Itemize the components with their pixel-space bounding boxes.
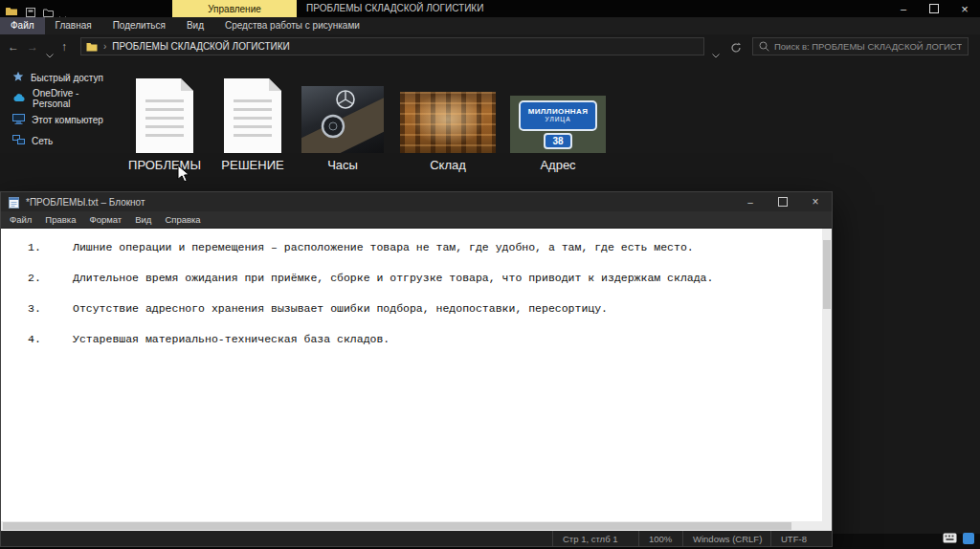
document-lines bbox=[234, 99, 272, 142]
file-tile-address[interactable]: МИЛЛИОННАЯ УЛИЦА 38 Адрес bbox=[506, 75, 610, 172]
recent-locations-chevron-icon[interactable] bbox=[46, 45, 54, 62]
line-number: 2. bbox=[28, 263, 73, 294]
refresh-icon[interactable] bbox=[730, 40, 742, 57]
watch-photo-thumbnail bbox=[301, 86, 384, 153]
minimize-button[interactable]: – bbox=[888, 0, 919, 17]
scrollbar-corner bbox=[822, 521, 832, 531]
status-cursor-position: Стр 1, стлб 1 bbox=[552, 531, 638, 546]
address-bar[interactable]: › ПРОБЛЕМЫ СКЛАДСКОЙ ЛОГИСТИКИ bbox=[80, 37, 704, 55]
line-text: Длительное время ожидания при приёмке, с… bbox=[73, 272, 713, 284]
computer-icon bbox=[12, 114, 25, 126]
folder-icon bbox=[86, 38, 98, 55]
page-fold-icon bbox=[269, 78, 281, 91]
maximize-icon bbox=[929, 4, 939, 13]
file-tile-problems[interactable]: ПРОБЛЕМЫ bbox=[122, 75, 207, 172]
document-lines bbox=[145, 99, 184, 142]
system-tray bbox=[943, 530, 974, 547]
menu-help[interactable]: Справка bbox=[158, 214, 207, 225]
file-name: Адрес bbox=[540, 158, 575, 172]
tab-home[interactable]: Главная bbox=[45, 17, 102, 34]
line-text: Отсутствие адресного хранения вызывает о… bbox=[73, 302, 608, 315]
maximize-button[interactable] bbox=[919, 0, 949, 17]
app-tray-icon[interactable] bbox=[963, 533, 974, 544]
text-line: 3.Отсутствие адресного хранения вызывает… bbox=[1, 294, 822, 324]
file-name: Часы bbox=[327, 158, 358, 172]
sidebar-item-label: Быстрый доступ bbox=[31, 73, 103, 83]
cloud-icon bbox=[12, 93, 26, 104]
address-dropdown-chevron-icon[interactable] bbox=[712, 45, 720, 62]
line-number: 1. bbox=[28, 232, 73, 263]
explorer-titlebar: Управление ПРОБЛЕМЫ СКЛАДСКОЙ ЛОГИСТИКИ … bbox=[0, 0, 980, 17]
explorer-window-controls: – × bbox=[888, 0, 980, 17]
notepad-menubar: Файл Правка Формат Вид Справка bbox=[1, 211, 832, 229]
sidebar-item-label: OneDrive - Personal bbox=[33, 88, 107, 109]
line-number: 4. bbox=[28, 324, 73, 355]
status-line-ending: Windows (CRLF) bbox=[682, 531, 770, 546]
search-input[interactable] bbox=[774, 41, 962, 52]
text-line: 2.Длительное время ожидания при приёмке,… bbox=[1, 263, 822, 294]
scrollbar-thumb[interactable] bbox=[3, 522, 791, 530]
horizontal-scrollbar[interactable] bbox=[1, 521, 822, 531]
sidebar-item-network[interactable]: Сеть bbox=[0, 130, 107, 151]
file-name: РЕШЕНИЕ bbox=[221, 158, 283, 172]
statusbar-spacer bbox=[1, 531, 552, 546]
file-tile-solution[interactable]: РЕШЕНИЕ bbox=[211, 75, 295, 172]
menu-format[interactable]: Формат bbox=[82, 214, 128, 225]
notepad-minimize-button[interactable]: – bbox=[734, 192, 767, 211]
notepad-window: *ПРОБЛЕМЫ.txt – Блокнот – × Файл Правка … bbox=[0, 191, 833, 547]
search-icon bbox=[759, 38, 769, 55]
star-icon bbox=[12, 71, 24, 84]
tab-share[interactable]: Поделиться bbox=[102, 17, 176, 34]
file-tile-warehouse[interactable]: Склад bbox=[396, 75, 500, 172]
text-document-icon bbox=[136, 78, 193, 153]
close-button[interactable]: × bbox=[949, 0, 980, 17]
network-icon bbox=[12, 135, 25, 147]
file-tile-watch[interactable]: Часы bbox=[299, 75, 387, 172]
forward-icon[interactable]: → bbox=[27, 34, 38, 59]
vertical-scrollbar[interactable] bbox=[822, 229, 832, 521]
notepad-titlebar[interactable]: *ПРОБЛЕМЫ.txt – Блокнот – × bbox=[1, 192, 832, 211]
menu-view[interactable]: Вид bbox=[128, 214, 158, 225]
status-encoding: UTF-8 bbox=[770, 531, 832, 546]
text-document-icon bbox=[224, 78, 281, 153]
menu-edit[interactable]: Правка bbox=[38, 214, 82, 225]
notepad-statusbar: Стр 1, стлб 1 100% Windows (CRLF) UTF-8 bbox=[1, 531, 832, 546]
status-zoom-level: 100% bbox=[638, 531, 682, 546]
sidebar-item-onedrive[interactable]: OneDrive - Personal bbox=[0, 88, 107, 109]
breadcrumb-path[interactable]: ПРОБЛЕМЫ СКЛАДСКОЙ ЛОГИСТИКИ bbox=[112, 41, 289, 52]
maximize-icon bbox=[778, 197, 788, 207]
address-toolbar: ← → ↑ › ПРОБЛЕМЫ СКЛАДСКОЙ ЛОГИСТИКИ bbox=[0, 34, 980, 59]
search-box[interactable] bbox=[752, 37, 969, 55]
notepad-text-area[interactable]: 1.Лишние операции и перемещения – распол… bbox=[1, 229, 822, 521]
scrollbar-thumb[interactable] bbox=[823, 240, 831, 309]
sidebar-item-label: Этот компьютер bbox=[32, 115, 103, 125]
line-text: Лишние операции и перемещения – располож… bbox=[73, 241, 694, 253]
notepad-window-controls: – × bbox=[734, 192, 832, 211]
back-icon[interactable]: ← bbox=[8, 34, 19, 59]
tab-picture-tools[interactable]: Средства работы с рисунками bbox=[214, 17, 370, 34]
keyboard-tray-icon[interactable] bbox=[943, 530, 957, 547]
line-number: 3. bbox=[28, 294, 73, 324]
navigation-pane: Быстрый доступ OneDrive - Personal Этот … bbox=[0, 67, 107, 151]
file-name: Склад bbox=[430, 158, 466, 172]
desktop-screen: Управление ПРОБЛЕМЫ СКЛАДСКОЙ ЛОГИСТИКИ … bbox=[0, 0, 980, 549]
sidebar-item-label: Сеть bbox=[32, 136, 53, 146]
notepad-icon bbox=[9, 196, 19, 209]
ribbon-contextual-tab-manage[interactable]: Управление bbox=[172, 0, 297, 17]
breadcrumb-chevron-icon: › bbox=[103, 41, 106, 52]
street-sign-type: УЛИЦА bbox=[546, 116, 571, 122]
sidebar-item-this-pc[interactable]: Этот компьютер bbox=[0, 109, 107, 130]
sidebar-item-quick-access[interactable]: Быстрый доступ bbox=[0, 67, 107, 88]
street-sign-plate: МИЛЛИОННАЯ УЛИЦА bbox=[519, 100, 597, 131]
page-fold-icon bbox=[181, 78, 193, 91]
explorer-window-title: ПРОБЛЕМЫ СКЛАДСКОЙ ЛОГИСТИКИ bbox=[306, 0, 483, 17]
ribbon-tab-strip: Файл Главная Поделиться Вид Средства раб… bbox=[0, 17, 980, 35]
tab-file[interactable]: Файл bbox=[0, 17, 45, 34]
notepad-close-button[interactable]: × bbox=[799, 192, 832, 211]
notepad-maximize-button[interactable] bbox=[767, 192, 799, 211]
menu-file[interactable]: Файл bbox=[3, 214, 38, 225]
tab-view[interactable]: Вид bbox=[176, 17, 214, 34]
street-sign-name: МИЛЛИОННАЯ bbox=[528, 107, 589, 116]
up-icon[interactable]: ↑ bbox=[61, 34, 67, 59]
warehouse-photo-thumbnail bbox=[400, 92, 496, 153]
